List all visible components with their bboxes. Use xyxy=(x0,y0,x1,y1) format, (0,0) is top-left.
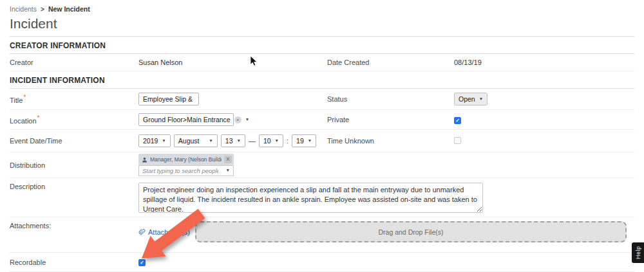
event-datetime-label: Event Date/Time xyxy=(10,137,138,145)
description-row: Description Project engineer doing an in… xyxy=(10,178,634,217)
incident-form-page: Incidents > New Incident Incident CREATO… xyxy=(0,0,644,272)
date-created-label: Date Created xyxy=(327,59,454,66)
chevron-down-icon: ▼ xyxy=(209,139,213,143)
required-asterisk: * xyxy=(23,94,26,101)
creator-row: Creator Susan Nelson Date Created 08/13/… xyxy=(10,54,634,71)
chevron-down-icon: ▼ xyxy=(275,139,279,143)
help-tab-button[interactable]: Help xyxy=(632,242,644,263)
date-time-separator: — xyxy=(249,137,256,145)
breadcrumb-incidents-link[interactable]: Incidents xyxy=(10,5,37,13)
page-header: Incidents > New Incident Incident xyxy=(0,0,644,37)
drag-drop-label: Drag and Drop File(s) xyxy=(379,228,444,236)
time-unknown-label: Time Unknown xyxy=(327,137,454,145)
location-private-row: Location* Ground Floor>Main Entrance × ▼… xyxy=(10,110,634,130)
recordable-checkbox[interactable] xyxy=(138,259,146,266)
event-day-dropdown[interactable]: 13 ▼ xyxy=(221,134,245,147)
chevron-down-icon: ▼ xyxy=(236,139,240,143)
breadcrumb: Incidents > New Incident xyxy=(10,5,634,13)
time-separator: : xyxy=(287,137,289,145)
person-icon xyxy=(142,157,147,163)
status-value: Open xyxy=(459,95,475,103)
paperclip-icon xyxy=(138,228,146,235)
location-label: Location* xyxy=(10,114,138,125)
breadcrumb-chevron-icon: > xyxy=(41,6,44,13)
distribution-chip-name: Manager, Mary (Nelson Builders Inc.) xyxy=(150,156,222,163)
location-dropdown[interactable]: Ground Floor>Main Entrance × ▼ xyxy=(138,113,234,126)
title-status-row: Title* Status Open ▼ xyxy=(10,89,634,110)
status-dropdown[interactable]: Open ▼ xyxy=(454,93,488,105)
distribution-search-input[interactable] xyxy=(142,167,218,174)
title-label: Title* xyxy=(10,94,138,104)
creator-information-heading: CREATOR INFORMATION xyxy=(10,37,634,54)
chip-remove-icon[interactable]: X xyxy=(224,156,232,163)
recordable-label: Recordable xyxy=(10,258,138,266)
event-month-dropdown[interactable]: August ▼ xyxy=(174,134,218,147)
required-asterisk: * xyxy=(37,114,40,122)
creator-label: Creator xyxy=(10,59,138,66)
status-label: Status xyxy=(327,95,454,103)
location-clear-icon[interactable]: × xyxy=(234,116,242,123)
attachments-label: Attachments: xyxy=(10,217,138,230)
private-label: Private xyxy=(327,116,454,123)
distribution-row: Distribution Manager, Mary (Nelson Build… xyxy=(10,152,634,178)
distribution-label: Distribution xyxy=(10,161,138,169)
event-minute-dropdown[interactable]: 19 ▼ xyxy=(292,134,316,147)
description-label: Description xyxy=(10,178,138,190)
chevron-down-icon: ▼ xyxy=(308,139,312,143)
description-textarea[interactable]: Project engineer doing an inspection exp… xyxy=(138,183,483,213)
breadcrumb-current: New Incident xyxy=(48,5,90,13)
chevron-down-icon[interactable]: ▼ xyxy=(226,168,230,173)
date-created-value: 08/13/19 xyxy=(454,59,634,66)
attachments-row: Attachments: Attach File(s) Drag and Dro… xyxy=(10,217,634,253)
private-checkbox[interactable] xyxy=(454,117,461,124)
event-datetime-row: Event Date/Time 2019 ▼ August ▼ 13 ▼ — 1… xyxy=(10,130,634,152)
page-title: Incident xyxy=(10,16,634,37)
distribution-chip: Manager, Mary (Nelson Builders Inc.) X xyxy=(138,154,234,165)
event-year-dropdown[interactable]: 2019 ▼ xyxy=(138,134,171,147)
time-unknown-checkbox[interactable] xyxy=(454,137,461,144)
chevron-down-icon: ▼ xyxy=(245,118,249,122)
creator-value: Susan Nelson xyxy=(138,59,327,66)
event-hour-dropdown[interactable]: 10 ▼ xyxy=(259,134,283,147)
attach-files-button[interactable]: Attach File(s) xyxy=(138,228,190,236)
distribution-search: ▼ xyxy=(138,165,234,176)
chevron-down-icon: ▼ xyxy=(479,97,483,102)
title-input[interactable] xyxy=(138,93,199,105)
location-value: Ground Floor>Main Entrance xyxy=(143,116,231,123)
drag-drop-zone[interactable]: Drag and Drop File(s) xyxy=(195,221,627,242)
chevron-down-icon: ▼ xyxy=(162,139,166,143)
recordable-row: Recordable xyxy=(10,253,634,272)
incident-information-heading: INCIDENT INFORMATION xyxy=(10,71,634,89)
